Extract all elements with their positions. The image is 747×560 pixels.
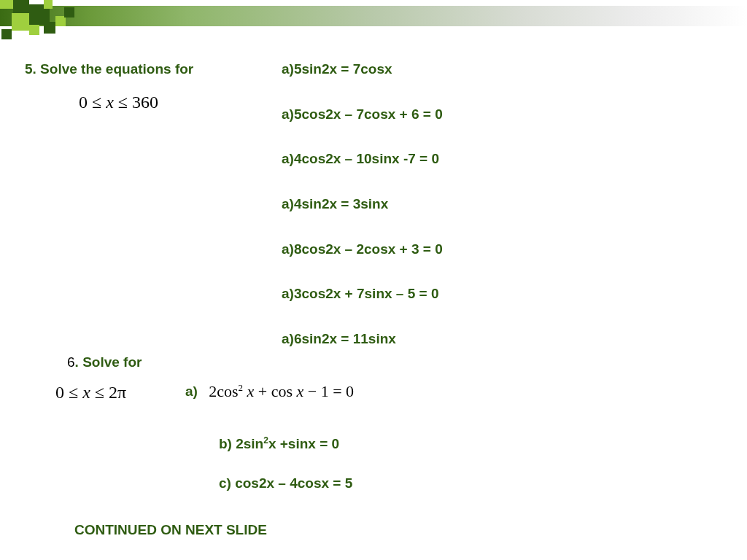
decor-square [1,29,12,39]
q6-part-a: a) 2cos2 x + cos x − 1 = 0 [185,381,354,402]
decor-square [64,7,74,18]
decor-square [55,16,66,26]
decor-square [29,25,39,35]
list-item: a)5cos2x – 7cosx + 6 = 0 [282,105,443,124]
decor-square [44,22,55,34]
decor-square [12,13,29,31]
continued-label: CONTINUED ON NEXT SLIDE [74,521,267,540]
decor-square [13,0,29,13]
gradient-bar [0,6,747,26]
q6-part-b: b) 2sin2x +sinx = 0 [219,435,339,454]
header-decoration [0,0,747,44]
list-item: a)3cos2x + 7sinx – 5 = 0 [282,284,443,303]
q6-part-c: c) cos2x – 4cosx = 5 [219,474,352,493]
slide: 5. Solve the equations for 0 ≤ x ≤ 360 a… [0,0,747,560]
list-item: a)4sin2x = 3sinx [282,195,443,214]
list-item: a)8cos2x – 2cosx + 3 = 0 [282,240,443,259]
q5-title: 5. Solve the equations for [25,60,193,79]
list-item: a)4cos2x – 10sinx -7 = 0 [282,149,443,168]
decor-square [44,0,53,9]
q6-a-equation: 2cos2 x + cos x − 1 = 0 [209,381,354,402]
q5-range: 0 ≤ x ≤ 360 [79,90,158,114]
decor-square [0,0,13,9]
q6-range: 0 ≤ x ≤ 2π [55,381,126,404]
q6-title: 6. Solve for [67,353,142,372]
list-item: a)5sin2x = 7cosx [282,60,443,79]
list-item: a)6sin2x = 11sinx [282,330,443,349]
q5-equation-list: a)5sin2x = 7cosx a)5cos2x – 7cosx + 6 = … [282,60,443,374]
